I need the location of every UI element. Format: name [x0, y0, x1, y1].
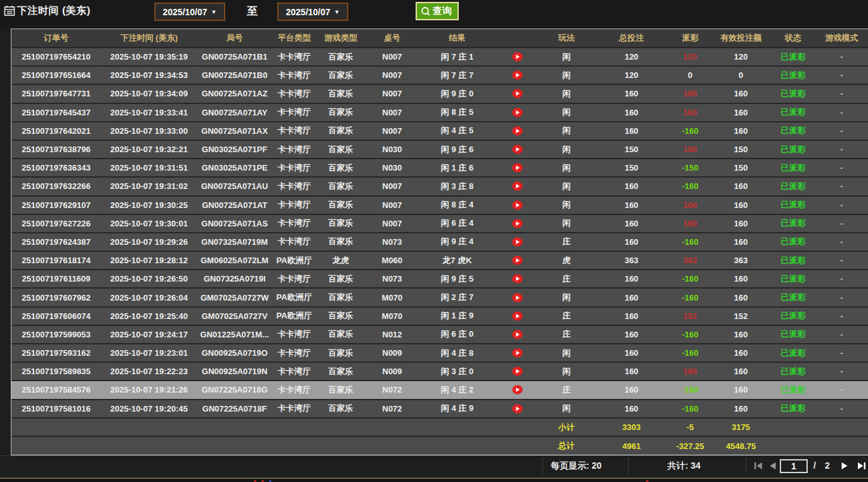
cell-replay — [495, 215, 539, 232]
play-icon[interactable] — [512, 293, 523, 303]
cell-mode: - — [815, 215, 868, 232]
cell-status: 已派彩 — [771, 289, 815, 306]
table-row[interactable]: 2510071976420212025-10-07 19:33:00GN0072… — [11, 121, 868, 140]
cell-result: 闲 9 庄 5 — [419, 270, 496, 287]
table-row[interactable]: 2510071975810162025-10-07 19:20:45GN0722… — [11, 399, 868, 417]
table-row[interactable]: 2510071976079622025-10-07 19:26:04GM0702… — [11, 287, 868, 306]
empty-cell — [495, 437, 539, 455]
table-row-selected[interactable]: 2510071975845762025-10-07 19:21:26GN0722… — [11, 380, 868, 398]
cell-result: 闲 3 庄 8 — [419, 178, 496, 195]
table-row[interactable]: 2510071976291072025-10-07 19:30:25GN0072… — [11, 195, 868, 214]
empty-cell — [317, 419, 365, 436]
cell-result: 闲 3 庄 0 — [419, 363, 496, 380]
cell-game: 百家乐 — [317, 400, 365, 417]
cell-result: 闲 1 庄 6 — [419, 159, 496, 176]
play-icon[interactable] — [512, 237, 523, 247]
play-icon[interactable] — [512, 274, 523, 283]
cell-status: 已派彩 — [771, 197, 815, 214]
cell-payout: 120 — [669, 48, 711, 65]
cell-result: 闲 9 庄 4 — [419, 233, 496, 251]
cell-order: 251007197642021 — [11, 122, 101, 140]
table-row[interactable]: 2510071976322662025-10-07 19:31:02GN0072… — [11, 176, 868, 195]
previous-page-button[interactable] — [769, 462, 777, 470]
cell-bet_on: 闲 — [539, 197, 593, 214]
table-row[interactable]: 2510071975990532025-10-07 19:24:17GN0122… — [11, 325, 868, 343]
table-row[interactable]: 2510071976542102025-10-07 19:35:19GN0072… — [11, 47, 868, 65]
play-icon[interactable] — [512, 311, 523, 321]
cell-status: 已派彩 — [771, 381, 815, 398]
table-row[interactable]: 2510071976387962025-10-07 19:32:21GN0302… — [11, 140, 868, 158]
table-row[interactable]: 2510071976272262025-10-07 19:30:01GN0072… — [11, 214, 868, 232]
cell-status: 已派彩 — [771, 85, 815, 102]
cell-replay — [495, 289, 539, 306]
table-row[interactable]: 2510071976243872025-10-07 19:29:26GN0732… — [11, 232, 868, 251]
cell-order: 251007197632266 — [11, 178, 101, 195]
next-page-button[interactable] — [841, 462, 848, 470]
cell-valid_bet: 160 — [711, 289, 771, 306]
cell-game: 百家乐 — [317, 178, 365, 195]
cell-mode: - — [815, 289, 868, 306]
table-row[interactable]: 2510071976454372025-10-07 19:33:41GN0072… — [11, 103, 868, 121]
column-header: 结果 — [419, 29, 496, 47]
date-from-picker[interactable]: 2025/10/07 ▼ — [154, 3, 225, 21]
play-icon[interactable] — [512, 52, 523, 62]
play-icon[interactable] — [512, 330, 523, 339]
play-icon[interactable] — [512, 70, 523, 80]
cell-round: GM07025A0727V — [197, 308, 272, 325]
cell-table_no: N007 — [365, 178, 419, 195]
cell-table_no: N009 — [365, 363, 419, 380]
cell-payout: -160 — [669, 233, 711, 251]
total-row: 总计4961-327.254548.75 — [11, 436, 868, 455]
cell-payout: 150 — [669, 141, 711, 158]
table-row[interactable]: 2510071975898352025-10-07 19:22:23GN0092… — [11, 362, 868, 380]
play-icon[interactable] — [512, 145, 523, 154]
table-row[interactable]: 2510071976363432025-10-07 19:31:51GN0302… — [11, 158, 868, 176]
cell-total_bet: 160 — [593, 233, 669, 251]
cell-round: GN07225A0718G — [197, 381, 272, 398]
query-button[interactable]: 查询 — [416, 2, 459, 20]
play-icon[interactable] — [512, 348, 523, 358]
play-icon[interactable] — [512, 200, 523, 210]
date-from-value: 2025/10/07 — [163, 7, 207, 17]
play-icon[interactable] — [512, 404, 523, 414]
last-page-button[interactable] — [857, 462, 866, 470]
cell-replay — [495, 252, 539, 269]
cell-table_no: N009 — [365, 344, 419, 362]
cell-result: 闲 4 庄 5 — [419, 122, 496, 140]
cell-bet_on: 闲 — [539, 159, 593, 176]
table-row[interactable]: 2510071976477312025-10-07 19:34:09GN0072… — [11, 84, 868, 102]
play-icon[interactable] — [512, 181, 523, 191]
cell-time: 2025-10-07 19:22:23 — [101, 363, 197, 380]
cell-round: GN03025A071PE — [197, 159, 272, 176]
play-icon[interactable] — [512, 126, 523, 136]
table-row[interactable]: 2510071975931622025-10-07 19:23:01GN0092… — [11, 343, 868, 362]
play-icon[interactable] — [512, 108, 523, 117]
table-row[interactable]: 2510071976116092025-10-07 19:26:50GN0732… — [11, 269, 868, 287]
page-number-input[interactable] — [780, 459, 808, 473]
cell-replay — [495, 308, 539, 325]
cell-total_bet: 160 — [593, 270, 669, 287]
play-icon[interactable] — [512, 367, 523, 376]
table-row[interactable]: 2510071976516642025-10-07 19:34:53GN0072… — [11, 65, 868, 84]
cell-status: 已派彩 — [771, 215, 815, 232]
divider — [628, 457, 629, 474]
cell-game: 百家乐 — [317, 122, 365, 140]
play-icon[interactable] — [512, 89, 523, 98]
empty-cell — [317, 437, 365, 455]
table-row[interactable]: 2510071976181742025-10-07 19:28:12GM0602… — [11, 251, 868, 269]
cell-valid_bet: 363 — [711, 252, 771, 269]
play-icon[interactable] — [512, 256, 523, 265]
cell-table_no: N007 — [365, 67, 419, 84]
play-icon[interactable] — [512, 219, 523, 228]
cell-time: 2025-10-07 19:28:12 — [101, 252, 197, 269]
cell-time: 2025-10-07 19:31:51 — [101, 159, 197, 176]
play-icon[interactable] — [512, 385, 523, 394]
cell-order: 251007197584576 — [11, 381, 101, 398]
table-row[interactable]: 2510071976060742025-10-07 19:25:40GM0702… — [11, 306, 868, 325]
total-count-label: 共计: 34 — [667, 460, 700, 472]
play-icon[interactable] — [512, 163, 523, 173]
first-page-button[interactable] — [754, 462, 763, 470]
column-header: 玩法 — [539, 29, 593, 47]
cell-round: GN00725A071AX — [197, 122, 272, 140]
date-to-picker[interactable]: 2025/10/07 ▼ — [277, 3, 348, 21]
